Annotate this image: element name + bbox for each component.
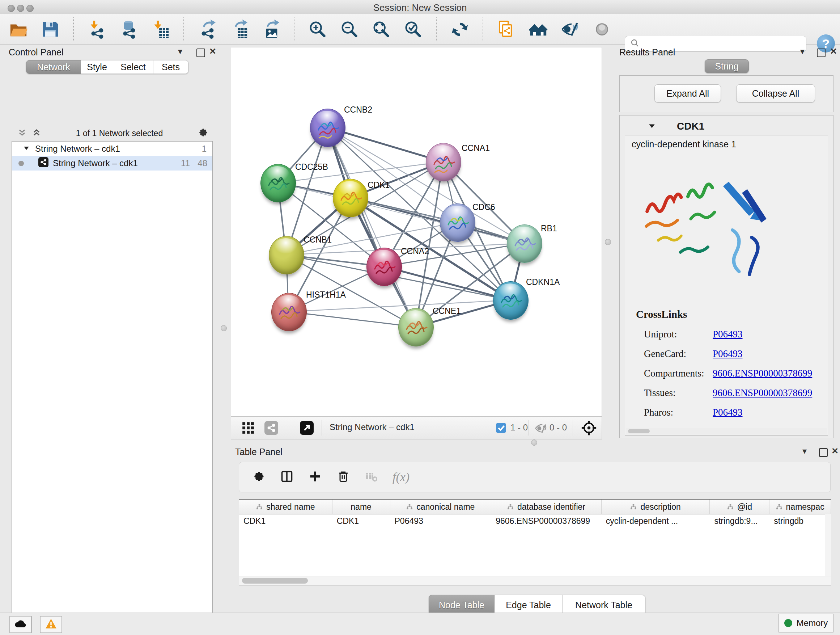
tab-node-table[interactable]: Node Table bbox=[429, 595, 494, 615]
selected-checkbox-icon[interactable] bbox=[496, 423, 506, 434]
save-session-icon[interactable] bbox=[40, 19, 61, 40]
import-network-from-database-icon[interactable] bbox=[118, 19, 139, 40]
network-node-ccna2[interactable] bbox=[366, 248, 402, 286]
table-cell[interactable]: CDK1 bbox=[332, 516, 390, 526]
hidden-eye-icon[interactable] bbox=[534, 422, 546, 436]
tab-select[interactable]: Select bbox=[113, 60, 153, 74]
tab-style[interactable]: Style bbox=[81, 60, 113, 74]
table-cell[interactable]: 9606.ENSP00000378699 bbox=[491, 516, 602, 526]
zoom-selected-icon[interactable] bbox=[403, 19, 424, 40]
table-vscrollbar[interactable] bbox=[825, 514, 831, 576]
results-hscrollbar[interactable] bbox=[626, 428, 827, 434]
show-columns-icon[interactable] bbox=[280, 470, 294, 485]
table-cell[interactable]: CDK1 bbox=[239, 516, 332, 526]
birds-eye-view-icon[interactable] bbox=[300, 421, 314, 436]
network-node-ccnb1[interactable] bbox=[269, 236, 304, 274]
crosslink-link[interactable]: P06493 bbox=[713, 348, 743, 359]
table-hscrollbar[interactable] bbox=[239, 576, 831, 585]
status-bar: Memory bbox=[0, 613, 840, 635]
node-label-ccne1: CCNE1 bbox=[433, 306, 461, 316]
warnings-button[interactable] bbox=[40, 616, 62, 633]
collapse-all-networks-icon[interactable] bbox=[17, 128, 27, 139]
export-image-icon[interactable] bbox=[261, 19, 281, 40]
clone-network-icon[interactable] bbox=[496, 19, 517, 40]
show-hide-icon[interactable] bbox=[560, 19, 581, 40]
tab-network-table[interactable]: Network Table bbox=[562, 595, 645, 615]
network-node-cdkn1a[interactable] bbox=[493, 281, 529, 320]
overview-icon[interactable] bbox=[592, 19, 613, 40]
tab-string[interactable]: String bbox=[705, 59, 749, 73]
cloud-button[interactable] bbox=[9, 616, 32, 633]
crosslink-link[interactable]: 9606.ENSP00000378699 bbox=[713, 368, 812, 379]
tab-network[interactable]: Network bbox=[26, 60, 81, 74]
network-node-hist1h1a[interactable] bbox=[271, 293, 307, 331]
control-panel: Control Panel ▾ ✕ Network Style Select S… bbox=[4, 44, 216, 610]
network-node-ccna1[interactable] bbox=[426, 143, 461, 181]
network-collection-row[interactable]: String Network – cdk1 1 bbox=[12, 141, 212, 156]
float-panel-icon[interactable] bbox=[817, 49, 826, 57]
network-node-cdk1[interactable] bbox=[333, 179, 368, 217]
open-session-icon[interactable] bbox=[8, 19, 29, 40]
panel-menu-icon[interactable]: ▾ bbox=[800, 46, 805, 57]
network-canvas[interactable]: CCNB2CCNA1CDC25BCDK1CDC6RB1CCNB1CCNA2CDK… bbox=[231, 47, 602, 417]
crosslink-link[interactable]: P06493 bbox=[713, 329, 743, 340]
table-settings-gear-icon[interactable] bbox=[252, 470, 265, 485]
network-row[interactable]: String Network – cdk1 11 48 bbox=[12, 156, 212, 171]
update-icon[interactable] bbox=[449, 19, 470, 40]
string-view-icon[interactable] bbox=[264, 421, 278, 436]
network-node-ccne1[interactable] bbox=[398, 308, 434, 347]
column-header-database-identifier[interactable]: database identifier bbox=[491, 500, 602, 514]
column-header-canonical-name[interactable]: canonical name bbox=[390, 500, 492, 514]
network-options-gear-icon[interactable] bbox=[197, 127, 208, 139]
collection-label: String Network – cdk1 bbox=[35, 144, 120, 154]
node-label-cdk1: CDK1 bbox=[368, 180, 390, 190]
network-node-ccnb2[interactable] bbox=[310, 109, 346, 147]
network-node-rb1[interactable] bbox=[507, 225, 542, 263]
column-header-name[interactable]: name bbox=[332, 500, 390, 514]
right-splitter-handle[interactable] bbox=[605, 239, 611, 245]
export-network-icon[interactable] bbox=[197, 19, 218, 40]
crosslink-link[interactable]: P06493 bbox=[713, 407, 743, 418]
column-header-@id[interactable]: @id bbox=[710, 500, 769, 514]
expand-all-button[interactable]: Expand All bbox=[654, 84, 721, 103]
crosslink-link[interactable]: 9606.ENSP00000378699 bbox=[713, 387, 812, 399]
panel-menu-icon[interactable]: ▾ bbox=[178, 46, 182, 57]
network-node-cdc25b[interactable] bbox=[261, 164, 296, 203]
column-header-shared-name[interactable]: shared name bbox=[239, 500, 332, 514]
table-cell[interactable]: stringdb bbox=[769, 516, 831, 526]
zoom-in-icon[interactable] bbox=[307, 19, 328, 40]
collapse-all-button[interactable]: Collapse All bbox=[736, 84, 815, 103]
section-expander-icon[interactable] bbox=[648, 122, 656, 131]
tab-edge-table[interactable]: Edge Table bbox=[494, 595, 562, 615]
network-node-cdc6[interactable] bbox=[440, 203, 475, 242]
grid-view-icon[interactable] bbox=[241, 421, 255, 436]
table-panel-tabs: Node Table Edge Table Network Table bbox=[429, 595, 645, 615]
table-cell[interactable]: cyclin-dependent ... bbox=[602, 516, 710, 526]
import-network-from-file-icon[interactable] bbox=[87, 19, 107, 40]
column-header-description[interactable]: description bbox=[602, 500, 710, 514]
delete-column-trash-icon[interactable] bbox=[337, 470, 350, 485]
table-cell[interactable]: stringdb:9... bbox=[710, 516, 769, 526]
column-header-namespac[interactable]: namespac bbox=[769, 500, 831, 514]
close-panel-icon[interactable]: ✕ bbox=[830, 46, 837, 57]
table-cell[interactable]: P06493 bbox=[390, 516, 492, 526]
expand-all-networks-icon[interactable] bbox=[32, 128, 41, 139]
crosslinks-heading: CrossLinks bbox=[636, 309, 687, 320]
panel-menu-icon[interactable]: ▾ bbox=[802, 446, 807, 456]
close-panel-icon[interactable]: ✕ bbox=[209, 46, 216, 57]
bottom-splitter-handle[interactable] bbox=[531, 440, 537, 446]
import-table-from-file-icon[interactable] bbox=[150, 19, 171, 40]
first-neighbors-icon[interactable] bbox=[528, 19, 549, 40]
left-splitter-handle[interactable] bbox=[221, 325, 227, 331]
close-panel-icon[interactable]: ✕ bbox=[831, 446, 838, 456]
export-table-icon[interactable] bbox=[229, 19, 249, 40]
collection-expander-icon[interactable] bbox=[23, 144, 30, 154]
zoom-out-icon[interactable] bbox=[339, 19, 360, 40]
float-panel-icon[interactable] bbox=[819, 448, 828, 457]
tab-sets[interactable]: Sets bbox=[153, 60, 188, 74]
fit-selected-crosshair-icon[interactable] bbox=[581, 420, 597, 438]
memory-button[interactable]: Memory bbox=[778, 614, 834, 632]
float-panel-icon[interactable] bbox=[196, 49, 205, 57]
add-column-icon[interactable] bbox=[309, 470, 322, 485]
zoom-fit-icon[interactable] bbox=[371, 19, 392, 40]
